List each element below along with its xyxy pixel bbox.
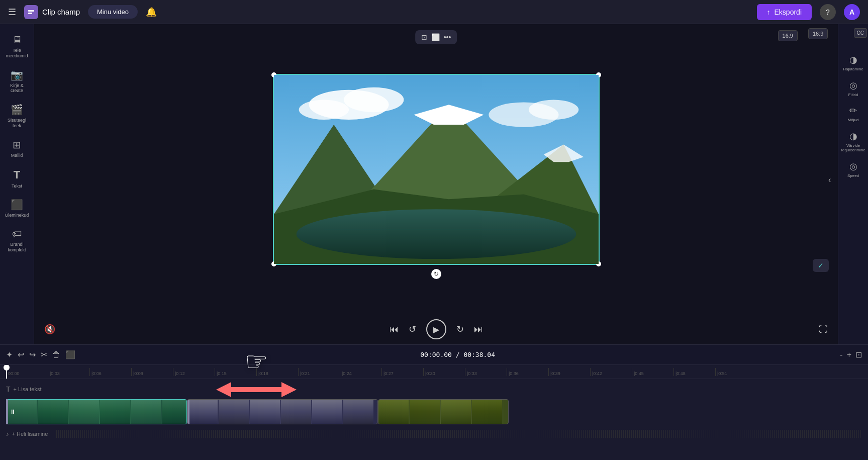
fit-button[interactable]: ⊡ (855, 350, 862, 359)
video-clip-3[interactable] (378, 399, 509, 424)
video-container: ↻ (273, 74, 600, 265)
skip-forward-button[interactable]: ⏭ (474, 324, 483, 335)
brand-label: Brändi komplekt (4, 242, 30, 253)
audio-track: ♪ + Heli lisamine (0, 426, 868, 441)
thumb-15 (441, 400, 471, 424)
ruler-mark-1: |0:03 (48, 368, 89, 376)
help-text: ? (826, 8, 830, 16)
svg-point-6 (299, 100, 348, 120)
redo-button[interactable]: ↪ (29, 350, 36, 359)
left-sidebar: 🖥 Teie meediumid 📷 Kirje & create 🎬 Sisu… (0, 24, 34, 344)
cut-button[interactable]: ✂ (41, 350, 47, 359)
record-label: Kirje & create (4, 83, 30, 94)
add-audio-button[interactable]: + Heli lisamine (12, 431, 48, 437)
thumb-11 (312, 400, 342, 424)
clip-2-start-handle[interactable] (187, 400, 189, 424)
zoom-in-button[interactable]: + (847, 350, 851, 359)
video-title-tab[interactable]: Minu video (88, 5, 138, 19)
preview-area-wrapper: 16:9 ⊡ ⬜ ••• ↻ (34, 24, 838, 344)
zoom-out-button[interactable]: - (840, 350, 842, 359)
main-content: 🖥 Teie meediumid 📷 Kirje & create 🎬 Sisu… (0, 24, 868, 344)
stock-label: Sisuteegi teek (4, 118, 30, 129)
cc-badge[interactable]: CC (854, 28, 867, 38)
undo-button[interactable]: ↩ (18, 350, 24, 359)
add-text-button[interactable]: + Lisa tekst (14, 386, 42, 392)
thumb-4 (100, 400, 130, 424)
clip-1-thumbnails (7, 400, 186, 424)
ruler-mark-2: |0:06 (89, 368, 131, 376)
thumb-8 (219, 400, 249, 424)
svg-rect-2 (28, 13, 32, 14)
more-options-button[interactable]: ••• (444, 33, 451, 41)
thumb-10 (281, 400, 311, 424)
forward-button[interactable]: ↻ (456, 324, 464, 335)
sidebar-item-brand[interactable]: 🏷 Brändi komplekt (2, 224, 32, 257)
timeline-section: ✦ ↩ ↪ ✂ 🗑 ⬛ 00:00.00 / 00:38.04 - + ⊡ 00… (0, 344, 868, 460)
current-time: 00:00.00 / 00:38.04 (420, 351, 495, 358)
thumb-7 (187, 400, 218, 424)
thumb-2 (38, 400, 68, 424)
mute-button[interactable]: 🔇 (44, 324, 55, 335)
timeline-tracks: T + Lisa tekst ⏸ (0, 379, 868, 460)
sidebar-item-stock[interactable]: 🎬 Sisuteegi teek (2, 100, 32, 133)
video-preview: 16:9 ⊡ ⬜ ••• ↻ (34, 24, 838, 314)
ruler-mark-8: |0:24 (340, 368, 381, 376)
crop-button[interactable]: ⊡ (421, 33, 427, 41)
filters-icon: ◎ (849, 80, 857, 91)
sidebar-item-transitions[interactable]: ⬛ Üleminekud (2, 195, 32, 222)
rotate-handle[interactable]: ↻ (431, 269, 441, 279)
ruler-mark-4: |0:12 (173, 368, 215, 376)
right-tool-effects[interactable]: ✏ Mõjud (839, 101, 867, 127)
menu-icon[interactable]: ☰ (8, 7, 16, 18)
ruler-mark-5: |0:15 (215, 368, 256, 376)
timeline-ruler: 00:00 |0:03 |0:06 |0:09 |0:12 |0:15 |0:1… (0, 365, 868, 379)
ruler-mark-12: |0:36 (507, 368, 548, 376)
sidebar-item-record[interactable]: 📷 Kirje & create (2, 65, 32, 98)
right-tool-adjust[interactable]: ◑ Hajutamine (839, 50, 867, 76)
right-tool-color[interactable]: ◑ Värvide reguleerimine (839, 127, 867, 157)
avatar-letter: A (849, 8, 854, 16)
sidebar-item-text[interactable]: T Tekst (2, 164, 32, 193)
right-sidebar-collapse-button[interactable]: ‹ (828, 175, 831, 185)
sidebar-item-media[interactable]: 🖥 Teie meediumid (2, 30, 32, 63)
app-logo: Clip champ (24, 5, 80, 19)
thumb-16 (472, 400, 502, 424)
ai-button[interactable]: ✦ (6, 350, 13, 359)
skip-back-button[interactable]: ⏮ (390, 324, 399, 335)
right-tool-speed[interactable]: ◎ Speed (839, 157, 867, 182)
timeline-zoom: - + ⊡ (840, 350, 862, 359)
ruler-mark-7: |0:21 (298, 368, 340, 376)
export-button[interactable]: ↑ Ekspordi (757, 4, 812, 20)
clip-divider-1[interactable] (6, 399, 8, 424)
play-button[interactable]: ▶ (426, 319, 446, 339)
thumb-13 (378, 400, 409, 424)
right-tool-filters[interactable]: ◎ Filtrid (839, 76, 867, 102)
text-track: T + Lisa tekst (0, 381, 868, 397)
sidebar-item-templates[interactable]: ⊞ Mallid (2, 135, 32, 162)
thumb-6 (162, 400, 186, 424)
video-track: ⏸ (0, 397, 868, 426)
help-icon[interactable]: ? (820, 4, 836, 20)
record-icon: 📷 (11, 69, 23, 81)
confirm-check-icon[interactable]: ✓ (818, 261, 824, 269)
ruler-mark-10: |0:30 (423, 368, 465, 376)
delete-button[interactable]: 🗑 (52, 350, 60, 359)
resize-button[interactable]: ⬜ (431, 33, 440, 41)
rewind-button[interactable]: ↺ (409, 324, 416, 335)
video-clip-2[interactable] (187, 399, 378, 424)
clip-1-pause[interactable]: ⏸ (10, 408, 16, 415)
ruler-mark-15: |0:45 (632, 368, 673, 376)
clip-3-thumbnails (378, 400, 508, 424)
playhead[interactable] (6, 365, 7, 379)
transitions-icon: ⬛ (11, 199, 23, 211)
notification-icon[interactable]: 🔔 (146, 7, 157, 18)
top-bar-left: ☰ Clip champ Minu video 🔔 (8, 5, 157, 19)
clip-2-thumbnails (187, 400, 377, 424)
fullscreen-button[interactable]: ⛶ (819, 324, 828, 335)
video-clip-1[interactable]: ⏸ (6, 399, 187, 424)
user-avatar[interactable]: A (844, 4, 860, 20)
svg-point-5 (344, 87, 404, 112)
timeline-timer: 00:00.00 / 00:38.04 (80, 351, 835, 358)
save-frame-button[interactable]: ⬛ (65, 350, 75, 359)
preview-toolbar: ⊡ ⬜ ••• (415, 30, 457, 44)
